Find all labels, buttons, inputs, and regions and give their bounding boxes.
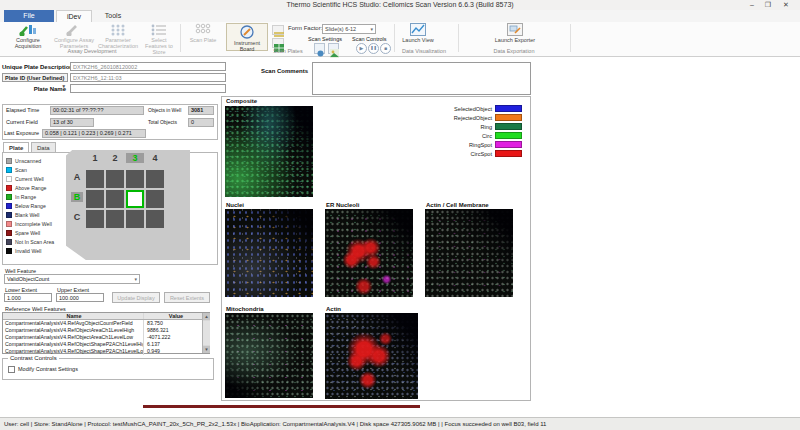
well-feature-dropdown[interactable]: ValidObjectCount ▾ (4, 274, 140, 284)
table-header: Name Value (3, 313, 209, 320)
spare-well-swatch (6, 230, 12, 236)
nuclei-image[interactable] (225, 209, 313, 297)
contrast-controls-label: Contrast Controls (8, 355, 59, 361)
scan-comments-textarea[interactable] (312, 62, 531, 95)
scan-plate-button[interactable]: Scan Plate (184, 23, 222, 49)
scan-progress-strip (143, 405, 420, 408)
circ-spot-swatch (495, 150, 522, 157)
actin-cell-membrane-image[interactable] (425, 209, 513, 297)
current-field-value: 13 of 30 (50, 118, 94, 127)
group-label-data-exportation: Data Exportation (462, 48, 566, 54)
plate-name-field[interactable] (70, 84, 226, 93)
actin-image[interactable] (325, 313, 418, 399)
launch-exporter-button[interactable]: Launch Exporter (492, 23, 538, 49)
object-legend: SelectedObject RejectedObject Ring Circ … (400, 104, 522, 158)
scroll-down-icon[interactable]: ▼ (203, 346, 210, 353)
last-exposure-label: Last Exposure (4, 130, 39, 136)
mini-rows-icon[interactable] (272, 25, 284, 35)
plate-id-dropdown[interactable]: Plate ID (User Defined) ▾ (2, 73, 68, 82)
mini-table-icon[interactable] (272, 38, 284, 48)
plate-col-header-1[interactable]: 1 (86, 153, 104, 163)
maximize-button[interactable]: ❐ (760, 0, 776, 10)
instrument-board-icon (240, 25, 255, 39)
mitochondria-label: Mitochondria (226, 306, 264, 312)
incomplete-well-swatch (6, 221, 12, 227)
instrument-board-button[interactable]: Instrument Board (226, 23, 268, 51)
plate-row-header-a[interactable]: A (71, 172, 83, 182)
update-display-button[interactable]: Update Display (112, 292, 160, 303)
well-A2[interactable] (106, 170, 124, 188)
modify-contrast-label: Modify Contrast Settings (18, 366, 78, 372)
form-factor-dropdown[interactable]: Slide(s) 6-12 ▾ (322, 24, 376, 34)
table-row[interactable]: CompartmentalAnalysisV4.RefObjectAreaCh1… (3, 334, 209, 341)
current-well-swatch (6, 176, 12, 182)
configure-acquisition-button[interactable]: Configure Acquisition (6, 23, 50, 49)
reset-extents-button[interactable]: Reset Extents (164, 292, 210, 303)
unscanned-swatch (6, 158, 12, 164)
unique-plate-description-label: Unique Plate Description (2, 64, 66, 70)
tab-idev[interactable]: iDev (56, 10, 92, 22)
scroll-up-icon[interactable]: ▲ (203, 313, 210, 320)
parameter-characterization-button[interactable]: Parameter Characterization (98, 23, 138, 49)
well-B4[interactable] (146, 190, 164, 208)
chevron-down-icon: ▾ (370, 25, 373, 33)
legend-item: Not In Scan Area (6, 237, 64, 246)
table-row[interactable]: CompartmentalAnalysisV4.RefObjectAreaCh1… (3, 327, 209, 334)
launch-view-button[interactable]: Launch View (398, 23, 438, 49)
minimize-button[interactable]: – (744, 0, 760, 10)
legend-item: CircSpot (400, 149, 522, 158)
legend-item[interactable]: Scan (6, 165, 64, 174)
lower-extent-field[interactable]: 1.000 (4, 293, 52, 302)
below-range-swatch (6, 203, 12, 209)
tab-file[interactable]: File (4, 10, 54, 22)
er-nucleoli-image[interactable] (325, 209, 413, 297)
total-objects-label: Total Objects (148, 119, 177, 125)
plate-name-label: Plate Name (2, 86, 66, 92)
selected-object-swatch (495, 105, 522, 112)
objects-in-well-label: Objects in Well (148, 107, 181, 113)
configure-assay-parameters-button[interactable]: Configure Assay Parameters (52, 23, 96, 49)
legend-item: Invalid Well (6, 246, 64, 255)
plate-col-header-3[interactable]: 3 (126, 153, 144, 163)
close-button[interactable]: ✕ (778, 0, 794, 10)
table-row[interactable]: CompartmentalAnalysisV4.RefAvgObjectCoun… (3, 320, 209, 327)
well-A3[interactable] (126, 170, 144, 188)
table-row[interactable]: CompartmentalAnalysisV4.RefObjectShapeP2… (3, 348, 209, 355)
modify-contrast-checkbox[interactable] (8, 366, 15, 373)
plate-col-header-4[interactable]: 4 (146, 153, 164, 163)
scrollbar-thumb[interactable] (203, 321, 210, 345)
plate-id-field[interactable]: DX7K2H6_12:11:03 (70, 73, 226, 82)
well-A4[interactable] (146, 170, 164, 188)
upper-extent-field[interactable]: 100.000 (56, 293, 104, 302)
actin-cell-membrane-label: Actin / Cell Membrane (426, 202, 489, 208)
legend-item[interactable]: Current Well (6, 174, 64, 183)
legend-item: RejectedObject (400, 113, 522, 122)
well-A1[interactable] (86, 170, 104, 188)
table-row[interactable]: CompartmentalAnalysisV4.RefObjectShapeP2… (3, 341, 209, 348)
scan-comments-label: Scan Comments (246, 68, 308, 75)
legend-item: Above Range (6, 183, 64, 192)
chevron-down-icon: ▾ (134, 275, 137, 283)
well-B3-current[interactable] (126, 190, 144, 208)
well-C2[interactable] (106, 210, 124, 228)
well-B1[interactable] (86, 190, 104, 208)
plate-row-header-b[interactable]: B (71, 192, 83, 202)
mitochondria-image[interactable] (225, 313, 313, 398)
plate-col-header-2[interactable]: 2 (106, 153, 124, 163)
well-C1[interactable] (86, 210, 104, 228)
table-scrollbar[interactable]: ▲ ▼ (202, 313, 210, 353)
well-C4[interactable] (146, 210, 164, 228)
scan-swatch (6, 167, 12, 173)
plate-row-header-c[interactable]: C (71, 212, 83, 222)
legend-item[interactable]: Unscanned (6, 156, 64, 165)
unique-plate-description-field[interactable]: DX7K2H6_260108120002 (70, 62, 226, 71)
ring-spot-swatch (495, 141, 522, 148)
select-features-button[interactable]: Select Features to Store (140, 23, 178, 49)
composite-image[interactable] (225, 106, 313, 197)
tab-tools[interactable]: Tools (94, 10, 132, 22)
well-B2[interactable] (106, 190, 124, 208)
exporter-icon (507, 23, 523, 36)
well-C3[interactable] (126, 210, 144, 228)
legend-item: Spare Well (6, 228, 64, 237)
plate-grid-icon (195, 23, 211, 36)
